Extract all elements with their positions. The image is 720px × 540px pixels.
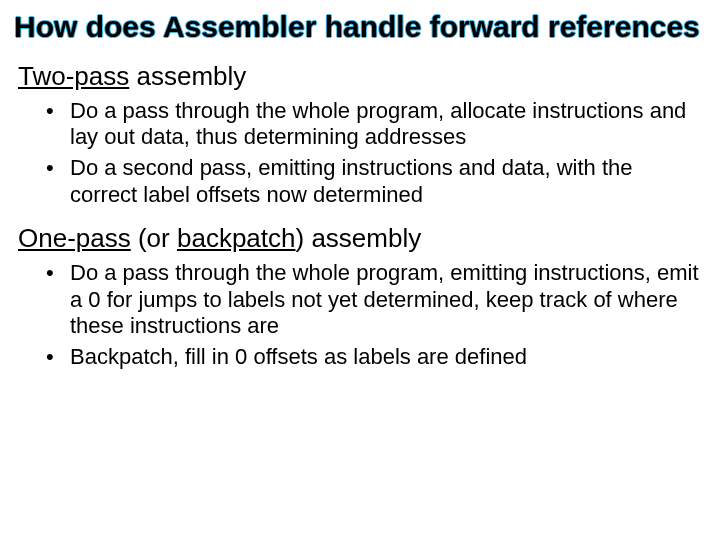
subheading-one-pass: One-pass (or backpatch) assembly	[18, 223, 702, 254]
slide: How does Assembler handle forward refere…	[0, 0, 720, 540]
keyword-backpatch: backpatch	[177, 223, 296, 253]
subheading-one-pass-mid: (or	[131, 223, 177, 253]
slide-title: How does Assembler handle forward refere…	[0, 0, 720, 51]
keyword-two-pass: Two-pass	[18, 61, 129, 91]
list-item: Do a second pass, emitting instructions …	[66, 155, 702, 209]
list-item: Do a pass through the whole program, emi…	[66, 260, 702, 340]
subheading-two-pass-rest: assembly	[129, 61, 246, 91]
list-item: Do a pass through the whole program, all…	[66, 98, 702, 152]
subheading-two-pass: Two-pass assembly	[18, 61, 702, 92]
bullet-list-two-pass: Do a pass through the whole program, all…	[18, 98, 702, 209]
list-item: Backpatch, fill in 0 offsets as labels a…	[66, 344, 702, 371]
subheading-one-pass-end: ) assembly	[296, 223, 422, 253]
keyword-one-pass: One-pass	[18, 223, 131, 253]
slide-content: Two-pass assembly Do a pass through the …	[0, 51, 720, 372]
bullet-list-one-pass: Do a pass through the whole program, emi…	[18, 260, 702, 371]
